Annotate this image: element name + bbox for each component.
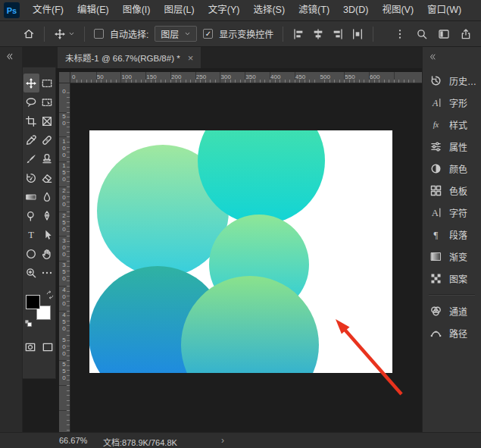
dodge-tool[interactable] xyxy=(23,206,39,225)
canvas-viewport[interactable] xyxy=(70,83,422,432)
move-tool[interactable] xyxy=(23,74,39,92)
panel-group: 通道路径 xyxy=(423,300,481,344)
ruler-label: 150 xyxy=(61,162,67,183)
tool-preset-button[interactable] xyxy=(54,28,75,40)
path-selection-tool[interactable] xyxy=(39,225,55,244)
align-right-icon[interactable] xyxy=(332,28,344,40)
history-brush-tool[interactable] xyxy=(23,168,39,187)
svg-text:fx: fx xyxy=(433,121,439,129)
panel-label: 字符 xyxy=(449,206,467,219)
properties-icon xyxy=(429,140,442,153)
lasso-tool[interactable] xyxy=(23,92,39,111)
menu-bar: Ps 文件(F)编辑(E)图像(I)图层(L)文字(Y)选择(S)滤镜(T)3D… xyxy=(0,0,481,21)
ruler-label: 250 xyxy=(196,74,206,80)
distribute-icon[interactable] xyxy=(351,28,364,40)
default-colors-icon[interactable] xyxy=(24,319,33,327)
panel-label: 历史记录 xyxy=(449,74,481,87)
edit-toolbar-button[interactable] xyxy=(39,263,55,282)
zoom-tool[interactable] xyxy=(23,263,39,282)
ellipse-tool[interactable] xyxy=(23,244,39,263)
auto-select-checkbox[interactable]: ✓ xyxy=(94,29,104,39)
panel-label: 属性 xyxy=(449,140,467,153)
hand-tool[interactable] xyxy=(39,244,55,263)
align-icons-group xyxy=(292,28,364,40)
object-selection-tool[interactable] xyxy=(39,92,55,111)
panel-label: 色板 xyxy=(449,184,467,197)
align-left-icon[interactable] xyxy=(292,28,305,40)
panel-channels[interactable]: 通道 xyxy=(423,300,481,322)
panel-glyphs[interactable]: A字形 xyxy=(423,92,481,114)
panel-history[interactable]: 历史记录 xyxy=(423,70,481,92)
share-icon[interactable] xyxy=(460,28,472,40)
show-transform-checkbox[interactable]: ✓ xyxy=(203,29,213,39)
menu-file[interactable]: 文件(F) xyxy=(26,0,70,20)
blur-tool[interactable] xyxy=(39,187,55,206)
menu-type[interactable]: 文字(Y) xyxy=(201,0,247,20)
divider xyxy=(84,27,85,42)
workspace-switcher-icon[interactable] xyxy=(438,28,450,40)
panel-color[interactable]: 颜色 xyxy=(423,158,481,180)
spot-healing-brush-tool[interactable] xyxy=(39,130,55,149)
ruler-label: 400 xyxy=(61,287,67,307)
panel-group: 历史记录A字形fx样式属性颜色色板A字符¶段落渐变图案 xyxy=(423,70,481,290)
menu-filter[interactable]: 滤镜(T) xyxy=(292,0,336,20)
tools-bottom xyxy=(23,340,55,355)
clone-stamp-tool[interactable] xyxy=(39,149,55,168)
menu-layer[interactable]: 图层(L) xyxy=(157,0,201,20)
brush-tool[interactable] xyxy=(23,149,39,168)
panel-patterns[interactable]: 图案 xyxy=(423,268,481,290)
document-tab[interactable]: 未标题-1 @ 66.7%(RGB/8#) * × xyxy=(58,47,201,68)
search-icon[interactable] xyxy=(416,28,428,40)
eraser-tool[interactable] xyxy=(39,168,55,187)
status-expand-icon[interactable]: › xyxy=(221,435,224,446)
ruler-corner xyxy=(59,72,70,83)
panel-divider xyxy=(429,294,475,296)
panel-styles[interactable]: fx样式 xyxy=(423,114,481,136)
layer-target-dropdown[interactable]: 图层 xyxy=(155,26,197,42)
close-tab-icon[interactable]: × xyxy=(188,53,194,63)
panel-paragraph[interactable]: ¶段落 xyxy=(423,224,481,246)
menu-window[interactable]: 窗口(W) xyxy=(420,0,468,20)
menu-select[interactable]: 选择(S) xyxy=(246,0,292,20)
zoom-level-field[interactable]: 66.67% xyxy=(59,436,87,445)
type-tool[interactable]: T xyxy=(23,225,39,244)
home-icon[interactable] xyxy=(23,28,35,40)
panel-gradients[interactable]: 渐变 xyxy=(423,246,481,268)
menu-3d[interactable]: 3D(D) xyxy=(336,0,375,20)
layer-dropdown-value: 图层 xyxy=(161,27,179,40)
more-options-icon[interactable] xyxy=(394,28,406,40)
svg-text:A: A xyxy=(432,208,439,218)
collapse-tools-icon[interactable] xyxy=(5,52,14,61)
foreground-color-swatch[interactable] xyxy=(26,295,40,309)
crop-tool[interactable] xyxy=(23,111,39,130)
ruler-label: 500 xyxy=(61,337,67,357)
panel-label: 颜色 xyxy=(449,162,467,175)
frame-tool[interactable] xyxy=(39,111,55,130)
status-bar: 66.67% 文档:878.9K/764.8K › xyxy=(0,432,481,448)
svg-text:A: A xyxy=(432,98,439,108)
panel-paths[interactable]: 路径 xyxy=(423,322,481,344)
eyedropper-tool[interactable] xyxy=(23,130,39,149)
ruler-label: 100 xyxy=(122,74,132,80)
menu-view[interactable]: 视图(V) xyxy=(375,0,420,20)
rectangular-marquee-tool[interactable] xyxy=(39,74,55,92)
menu-edit[interactable]: 编辑(E) xyxy=(70,0,116,20)
swap-colors-icon[interactable] xyxy=(45,290,55,299)
panel-properties[interactable]: 属性 xyxy=(423,136,481,158)
quick-mask-button[interactable] xyxy=(23,340,38,355)
move-tool-icon xyxy=(54,28,66,40)
panel-swatches[interactable]: 色板 xyxy=(423,180,481,202)
panel-label: 字形 xyxy=(449,96,467,109)
align-center-icon[interactable] xyxy=(312,28,324,40)
ruler-label: 200 xyxy=(61,187,67,208)
gradient-tool[interactable] xyxy=(23,187,39,206)
pen-tool[interactable] xyxy=(39,206,55,225)
ruler-label: 550 xyxy=(61,361,67,381)
screen-mode-button[interactable] xyxy=(40,340,55,355)
expand-panels-icon[interactable] xyxy=(428,52,437,61)
gradient-circle xyxy=(198,97,325,224)
panel-character[interactable]: A字符 xyxy=(423,202,481,224)
glyphs-icon: A xyxy=(429,96,442,109)
menu-image[interactable]: 图像(I) xyxy=(116,0,158,20)
paths-icon xyxy=(429,327,442,340)
